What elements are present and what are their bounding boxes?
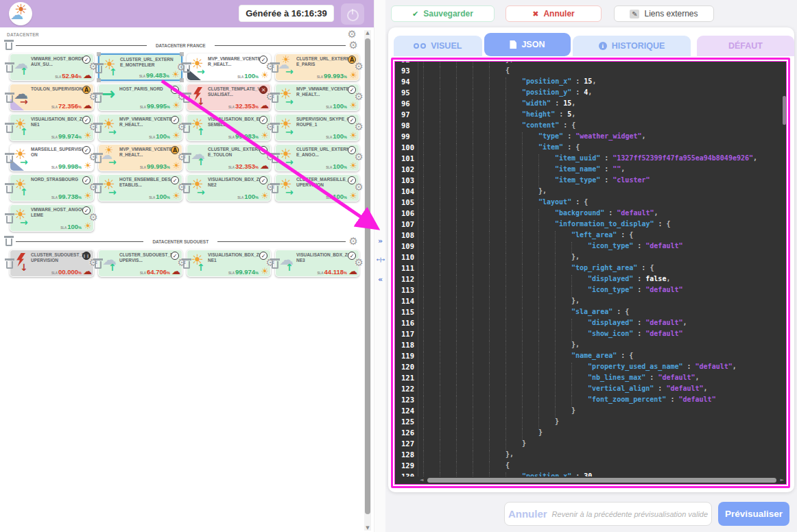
gear-icon[interactable]: ⚙	[355, 258, 364, 268]
generated-at-button[interactable]: Générée à 16:16:39	[239, 5, 334, 22]
code-line[interactable]: 97"height" : 5,	[395, 110, 786, 121]
power-button[interactable]	[341, 3, 364, 25]
scroll-down-icon[interactable]: ▼	[364, 525, 371, 531]
code-line[interactable]: 113"icon_type" : "default"	[395, 286, 786, 297]
code-line[interactable]: 100"item" : {	[395, 143, 786, 154]
panel-divider[interactable]: » ←|→ «	[374, 0, 385, 532]
preview-button[interactable]: Prévisualiser	[718, 502, 789, 526]
trash-icon[interactable]	[272, 125, 278, 133]
trash-icon[interactable]	[183, 186, 190, 193]
code-line[interactable]: 127}	[395, 439, 786, 450]
gear-icon[interactable]: ⚙	[355, 152, 364, 162]
weather-widget-tile[interactable]: ☀→CLUSTER_MARSEILLE_SUPERVISION✓SLA100%☀…	[275, 174, 359, 202]
tab-json[interactable]: JSON	[484, 33, 571, 56]
scroll-up-icon[interactable]: ▲	[364, 30, 371, 36]
gear-icon[interactable]: ⚙	[349, 40, 358, 51]
undo-preview-button[interactable]: Annuler Revenir à la précédente prévisua…	[504, 502, 712, 526]
weather-widget-tile[interactable]: ↓CLUSTER_SUDOUEST_SUPERVISION❙❙SLA00.000…	[10, 250, 94, 277]
trash-icon[interactable]	[272, 186, 278, 193]
code-line[interactable]: 94"position_x" : 15,	[395, 77, 786, 88]
weather-widget-tile[interactable]: ☀↑CLUSTER_URL_EXTERNE_MONTPELIERSLA99.48…	[98, 53, 182, 81]
code-line[interactable]: 104},	[395, 187, 786, 198]
weather-widget-tile[interactable]: ☀↑VISUALISATION_BDX_ZONE1✓SLA99.974%☀⚙	[10, 114, 94, 141]
gear-icon[interactable]: ⚙	[348, 29, 357, 40]
tab-defaut[interactable]: DÉFAUT	[697, 36, 794, 56]
trash-icon[interactable]	[272, 65, 278, 73]
trash-icon[interactable]	[95, 186, 102, 193]
code-line[interactable]: 129{	[395, 461, 786, 472]
weather-widget-tile[interactable]: ☁↑CLUSTER_SUDOUEST_SUPERVIS...✓SLA64.706…	[98, 250, 182, 277]
editor-vertical-scrollbar[interactable]	[783, 96, 786, 125]
code-line[interactable]: 93{	[395, 66, 786, 77]
code-line[interactable]: 109"icon_type" : "default"	[395, 242, 786, 253]
weather-widget-tile[interactable]: ☀↑NORD_STRASBOURG✓SLA99.738%☀⚙	[10, 174, 94, 202]
weather-widget-tile[interactable]: ☀→HOTE_ENSEMBLE_DES_ETABLIS...✓SLA100%☀⚙	[98, 174, 182, 202]
code-line[interactable]: 116"displayed" : "default",	[395, 319, 786, 330]
code-line[interactable]: 119"name_area" : {	[395, 352, 786, 363]
json-editor[interactable]: 92},93{94"position_x" : 15,95"position_y…	[391, 58, 790, 488]
code-line[interactable]: 115"sla_area" : {	[395, 308, 786, 319]
weather-widget-tile[interactable]: ☀↑VISUALISATION_BDX_ENSEMBLE...✓SLA99.98…	[187, 114, 271, 141]
editor-horizontal-scrollbar[interactable]: ◄ ►	[420, 476, 784, 484]
weather-widget-tile[interactable]: ☁→TOULON_SUPERVISIONASLA72.356%☁⚙	[10, 84, 94, 111]
gear-icon[interactable]: ⚙	[89, 213, 98, 223]
trash-icon[interactable]	[6, 261, 13, 269]
weather-widget-tile[interactable]: ☀☁→MVP_VMWARE_VCENTER_HEALT...ASLA99.993…	[98, 144, 182, 171]
code-line[interactable]: 123"font_zoom_percent" : "default"	[395, 396, 786, 407]
code-line[interactable]: 95"position_y" : 4,	[395, 88, 786, 99]
code-line[interactable]: 105"layout" : {	[395, 198, 786, 209]
trash-icon[interactable]	[6, 95, 13, 103]
scroll-right-icon[interactable]: ►	[781, 477, 784, 483]
external-links-button[interactable]: ✎ Liens externes	[614, 5, 714, 22]
trash-icon[interactable]	[5, 239, 12, 246]
weather-widget-tile[interactable]: ☀→CLUSTER_URL_EXTERNE_ANGO...✓SLA100%☀⚙	[275, 144, 359, 171]
weather-widget-tile[interactable]: ☀→VMWARE_HOST_ANGOULEME✓SLA100%☀⚙	[10, 204, 94, 232]
tab-historique[interactable]: i HISTORIQUE	[573, 36, 690, 56]
code-line[interactable]: 96"width" : 15,	[395, 99, 786, 110]
trash-icon[interactable]	[95, 125, 102, 133]
weather-widget-tile[interactable]: ☁↑VISUALISATION_BDX_ZONE3✓SLA44.118%☁⚙	[275, 250, 359, 277]
weather-widget-tile[interactable]: ☀→MVP_VMWARE_VCENTER_HEALT...✓SLA100%☀⚙	[275, 84, 359, 111]
resize-panel-button[interactable]: ←|→	[375, 255, 385, 265]
code-area[interactable]: 92},93{94"position_x" : 15,95"position_y…	[395, 61, 786, 476]
scroll-left-icon[interactable]: ◄	[420, 477, 423, 483]
trash-icon[interactable]	[6, 125, 13, 133]
trash-icon[interactable]	[183, 261, 190, 269]
trash-icon[interactable]	[95, 261, 102, 269]
trash-icon[interactable]	[272, 156, 278, 163]
code-line[interactable]: 114},	[395, 297, 786, 308]
gear-icon[interactable]: ⚙	[349, 237, 358, 247]
weather-widget-tile[interactable]: ☀→SUPERVISION_SKYPE_GROUPE_1✓SLA100%☀⚙	[275, 114, 359, 141]
trash-icon[interactable]	[6, 216, 13, 223]
code-line[interactable]: 120"property_used_as_name" : "default",	[395, 363, 786, 374]
scrollbar-thumb[interactable]	[365, 38, 370, 514]
trash-icon[interactable]	[183, 95, 190, 103]
weather-widget-tile[interactable]: ☀→VISUALISATION_BDX_ZONE2✓SLA100%☀⚙	[187, 174, 271, 202]
code-line[interactable]: 110},	[395, 253, 786, 264]
code-line[interactable]: 125}	[395, 418, 786, 428]
trash-icon[interactable]	[95, 66, 102, 73]
code-line[interactable]: 124}	[395, 407, 786, 418]
trash-icon[interactable]	[6, 65, 13, 73]
trash-icon[interactable]	[183, 125, 190, 133]
collapse-panel-button[interactable]: «	[375, 274, 385, 285]
trash-icon[interactable]	[183, 156, 190, 163]
code-line[interactable]: 128},	[395, 450, 786, 461]
gear-icon[interactable]: ⚙	[355, 92, 364, 102]
code-line[interactable]: 107"information_to_display" : {	[395, 220, 786, 231]
code-line[interactable]: 108"left_area" : {	[395, 231, 786, 242]
code-line[interactable]: 112"displayed" : false,	[395, 275, 786, 286]
code-line[interactable]: 126}	[395, 428, 786, 439]
code-line[interactable]: 101"item_uuid" : "1327ff52399f47fa955ea9…	[395, 154, 786, 165]
expand-panel-button[interactable]: »	[375, 236, 385, 246]
tab-visuel[interactable]: VISUEL	[394, 36, 482, 56]
gear-icon[interactable]: ⚙	[355, 122, 364, 132]
code-line[interactable]: 117"show_icon" : "default"	[395, 330, 786, 341]
code-line[interactable]: 106"background" : "default",	[395, 209, 786, 220]
trash-icon[interactable]	[272, 261, 278, 269]
left-panel-scrollbar[interactable]: ▲ ▼	[364, 30, 371, 531]
gear-icon[interactable]: ⚙	[355, 62, 364, 72]
weather-widget-tile[interactable]: ☀→MARSEILLE_SUPERVISION✓SLA99.998%☀⚙	[10, 144, 94, 171]
trash-icon[interactable]	[95, 156, 102, 163]
code-line[interactable]: 111"top_right_area" : {	[395, 264, 786, 275]
